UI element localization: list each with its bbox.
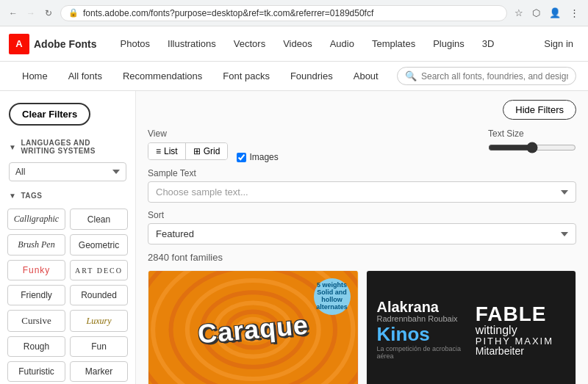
sec-nav-foundries[interactable]: Foundries — [280, 62, 343, 91]
caraque-background: 5 weightsSolid and hollowalternates Cara… — [148, 271, 358, 384]
tag-friendly[interactable]: Friendly — [7, 285, 65, 305]
url-text: fonts.adobe.com/fonts?purpose=desktop&re… — [83, 8, 499, 18]
adobe-nav-items: Photos Illustrations Vectors Videos Audi… — [112, 26, 539, 62]
sec-nav-about[interactable]: About — [343, 62, 389, 91]
nav-vectors[interactable]: Vectors — [225, 26, 274, 62]
reload-button[interactable]: ↻ — [41, 6, 56, 21]
alakrana-mitarbeiter: Mitarbeiter — [476, 346, 565, 356]
tag-marker[interactable]: Marker — [70, 361, 128, 382]
font-grid: 5 weightsSolid and hollowalternates Cara… — [148, 270, 576, 384]
sec-nav-all-fonts[interactable]: All fonts — [58, 62, 112, 91]
language-select[interactable]: All — [9, 162, 126, 181]
alakrana-title: Alakrana — [377, 300, 467, 314]
adobe-letter: A — [15, 38, 22, 49]
tag-cursive[interactable]: Cursive — [7, 310, 65, 332]
list-view-button[interactable]: ≡ List — [148, 143, 186, 159]
tag-art-deco[interactable]: ART DECO — [70, 260, 128, 280]
back-button[interactable]: ← — [6, 6, 21, 21]
grid-label: Grid — [204, 146, 220, 156]
main-content: Hide Filters View ≡ List ⊞ Grid — [136, 91, 588, 384]
secondary-nav: Home All fonts Recommendations Font pack… — [0, 62, 588, 91]
nav-plugins[interactable]: Plugins — [424, 26, 473, 62]
nav-templates[interactable]: Templates — [363, 26, 424, 62]
list-icon: ≡ — [156, 146, 161, 156]
tag-luxury[interactable]: Luxury — [70, 310, 128, 332]
text-size-section: Text Size — [488, 128, 576, 153]
sec-nav-font-packs[interactable]: Font packs — [212, 62, 280, 91]
browser-bar: ← → ↻ 🔒 fonts.adobe.com/fonts?purpose=de… — [0, 0, 588, 26]
nav-3d[interactable]: 3D — [473, 26, 503, 62]
hide-filters-button[interactable]: Hide Filters — [503, 100, 576, 120]
address-bar[interactable]: 🔒 fonts.adobe.com/fonts?purpose=desktop&… — [60, 5, 507, 21]
caraque-card[interactable]: 5 weightsSolid and hollowalternates Cara… — [148, 270, 359, 384]
search-box[interactable]: 🔍 — [397, 67, 576, 85]
images-checkbox[interactable] — [237, 153, 246, 162]
forward-button[interactable]: → — [24, 6, 38, 21]
results-count: 2840 font families — [148, 252, 576, 263]
search-input[interactable] — [421, 71, 568, 81]
alakrana-fable: FABLE — [476, 304, 565, 325]
list-label: List — [164, 146, 178, 156]
adobe-logo-text: Adobe Fonts — [34, 38, 97, 50]
sort-label: Sort — [148, 210, 576, 220]
tag-calligraphic[interactable]: Calligraphic — [7, 209, 65, 230]
nav-illustrations[interactable]: Illustrations — [159, 26, 225, 62]
nav-audio[interactable]: Audio — [321, 26, 363, 62]
languages-chevron-icon: ▼ — [9, 143, 16, 151]
sample-text-select[interactable]: Choose sample text... — [148, 181, 576, 203]
profile-button[interactable]: 👤 — [546, 6, 564, 20]
alakrana-right-col: FABLE wittingly PITHY MAXIM Mitarbeiter — [476, 300, 565, 359]
sample-text-row: Sample Text Choose sample text... — [148, 168, 576, 203]
browser-actions: ☆ ⬡ 👤 ⋮ — [512, 6, 582, 20]
alakrana-layout: Alakrana Radrennbahn Roubaix Kinos La co… — [377, 300, 566, 359]
view-section: View ≡ List ⊞ Grid Images — [148, 128, 279, 162]
main-layout: Clear Filters ▼ LANGUAGES AND WRITING SY… — [0, 91, 588, 384]
lock-icon: 🔒 — [68, 8, 79, 18]
tag-clean[interactable]: Clean — [70, 209, 128, 230]
alakrana-card-image: Alakrana Radrennbahn Roubaix Kinos La co… — [367, 271, 576, 384]
view-label: View — [148, 128, 279, 139]
adobe-logo-icon: A — [9, 34, 29, 54]
sidebar: Clear Filters ▼ LANGUAGES AND WRITING SY… — [0, 91, 136, 384]
tags-section: ▼ TAGS Calligraphic Clean Brush Pen Geom… — [0, 187, 135, 384]
tags-section-header[interactable]: ▼ TAGS — [0, 187, 135, 204]
sec-nav-recommendations[interactable]: Recommendations — [112, 62, 212, 91]
languages-label: LANGUAGES AND WRITING SYSTEMS — [21, 139, 126, 155]
tag-rough[interactable]: Rough — [7, 336, 65, 357]
tag-rounded[interactable]: Rounded — [70, 285, 128, 305]
extensions-button[interactable]: ⬡ — [529, 6, 543, 20]
tags-label: TAGS — [21, 192, 42, 200]
sample-text-label: Sample Text — [148, 168, 576, 178]
sign-in-button[interactable]: Sign in — [538, 38, 579, 49]
bookmark-button[interactable]: ☆ — [512, 6, 526, 20]
sort-select[interactable]: Featured — [148, 223, 576, 244]
tags-chevron-icon: ▼ — [9, 192, 16, 200]
browser-nav-buttons: ← → ↻ — [6, 6, 56, 21]
tag-geometric[interactable]: Geometric — [70, 234, 128, 256]
tag-futuristic[interactable]: Futuristic — [7, 361, 65, 382]
tags-grid: Calligraphic Clean Brush Pen Geometric F… — [0, 204, 135, 384]
alakrana-left-col: Alakrana Radrennbahn Roubaix Kinos La co… — [377, 300, 467, 359]
adobe-nav: A Adobe Fonts Photos Illustrations Vecto… — [0, 26, 588, 62]
alakrana-card[interactable]: Alakrana Radrennbahn Roubaix Kinos La co… — [366, 270, 577, 384]
languages-section-header[interactable]: ▼ LANGUAGES AND WRITING SYSTEMS — [0, 134, 135, 159]
adobe-logo[interactable]: A Adobe Fonts — [9, 34, 97, 54]
tag-funky[interactable]: Funky — [7, 260, 65, 280]
tag-fun[interactable]: Fun — [70, 336, 128, 357]
text-size-label: Text Size — [488, 128, 576, 139]
nav-videos[interactable]: Videos — [274, 26, 321, 62]
text-size-slider[interactable] — [488, 142, 576, 153]
grid-icon: ⊞ — [193, 146, 201, 156]
images-checkbox-label[interactable]: Images — [237, 152, 278, 162]
tag-brush-pen[interactable]: Brush Pen — [7, 234, 65, 256]
grid-view-button[interactable]: ⊞ Grid — [186, 143, 228, 159]
menu-button[interactable]: ⋮ — [567, 6, 582, 20]
sort-row: Sort Featured — [148, 210, 576, 244]
alakrana-kinos: Kinos — [377, 325, 467, 344]
languages-section: ▼ LANGUAGES AND WRITING SYSTEMS All — [0, 134, 135, 184]
alakrana-bottom-text: La competición de acrobacia aérea — [377, 345, 467, 360]
search-icon: 🔍 — [405, 70, 417, 81]
sec-nav-home[interactable]: Home — [12, 62, 58, 91]
clear-filters-button[interactable]: Clear Filters — [9, 103, 90, 126]
nav-photos[interactable]: Photos — [112, 26, 159, 62]
